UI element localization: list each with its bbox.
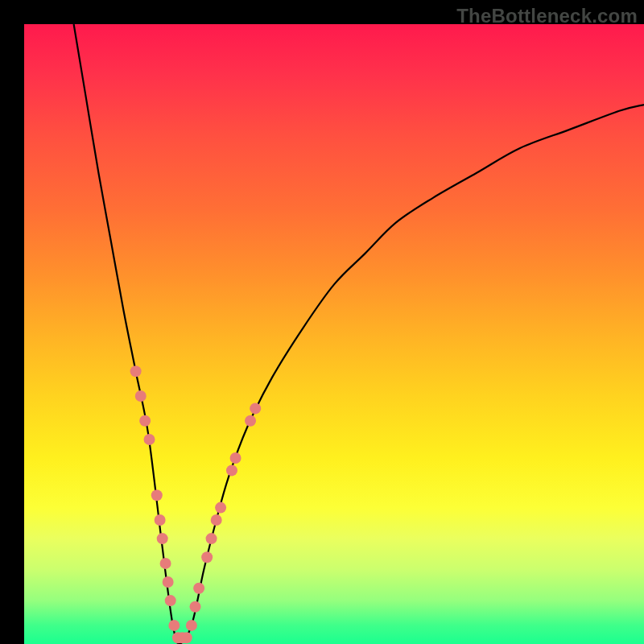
chart-frame: TheBottleneck.com bbox=[0, 0, 644, 644]
curve-overlay bbox=[24, 24, 644, 644]
data-marker bbox=[186, 620, 197, 631]
bottleneck-curve bbox=[74, 24, 644, 644]
data-marker bbox=[168, 620, 180, 631]
data-marker bbox=[201, 551, 213, 563]
data-marker bbox=[157, 533, 168, 544]
data-marker bbox=[135, 390, 147, 402]
marker-layer bbox=[130, 365, 262, 643]
data-marker bbox=[245, 415, 256, 427]
data-marker bbox=[155, 514, 166, 526]
data-marker bbox=[190, 601, 201, 613]
data-marker bbox=[165, 595, 176, 606]
data-marker bbox=[151, 489, 163, 501]
data-marker bbox=[193, 583, 204, 594]
data-marker bbox=[230, 452, 242, 464]
data-marker bbox=[144, 434, 155, 445]
data-marker bbox=[206, 533, 217, 544]
data-marker bbox=[181, 632, 192, 643]
data-marker bbox=[250, 402, 261, 414]
data-marker bbox=[130, 365, 142, 377]
data-marker bbox=[139, 415, 151, 427]
data-marker bbox=[211, 514, 222, 526]
data-marker bbox=[163, 576, 174, 588]
data-marker bbox=[226, 464, 237, 476]
data-marker bbox=[215, 502, 226, 514]
data-marker bbox=[160, 558, 171, 569]
